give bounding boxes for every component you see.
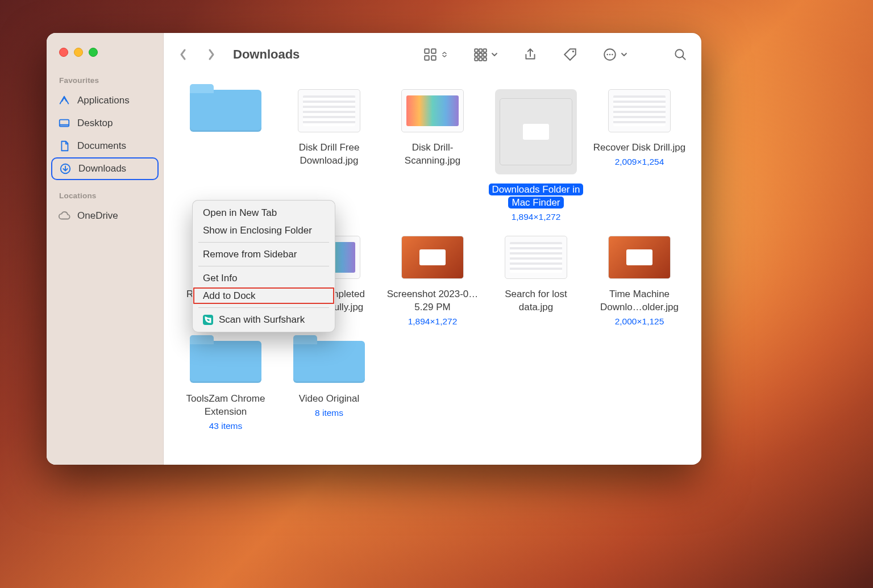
file-name: Time Machine Downlo…older.jpg xyxy=(591,288,688,314)
desktop-icon xyxy=(58,117,70,130)
sidebar-item-label: OneDrive xyxy=(77,210,118,222)
file-thumbnail xyxy=(505,236,567,279)
sidebar-item-applications[interactable]: Applications xyxy=(51,89,159,112)
file-item[interactable]: Time Machine Downlo…older.jpg2,000×1,125 xyxy=(589,236,690,327)
svg-rect-7 xyxy=(475,49,477,52)
svg-point-16 xyxy=(572,50,574,52)
svg-point-20 xyxy=(612,53,613,55)
svg-rect-11 xyxy=(479,53,482,56)
sidebar-item-label: Documents xyxy=(77,140,126,152)
file-item[interactable]: Downloads Folder in Mac Finder1,894×1,27… xyxy=(485,89,587,222)
ctx-get-info[interactable]: Get Info xyxy=(193,269,335,287)
svg-rect-4 xyxy=(431,49,436,53)
minimize-window-button[interactable] xyxy=(74,48,83,57)
sidebar-item-onedrive[interactable]: OneDrive xyxy=(51,205,159,227)
group-by-button[interactable] xyxy=(473,47,498,62)
file-item[interactable]: Recover Disk Drill.jpg2,009×1,254 xyxy=(589,89,690,222)
svg-rect-3 xyxy=(425,49,429,53)
sidebar-item-label: Applications xyxy=(77,95,130,106)
svg-rect-6 xyxy=(431,56,436,60)
ctx-separator xyxy=(198,242,329,243)
updown-icon xyxy=(441,51,448,58)
svg-rect-9 xyxy=(483,49,486,52)
nav-controls xyxy=(177,47,217,62)
sidebar-item-downloads[interactable]: Downloads xyxy=(51,157,159,180)
svg-rect-5 xyxy=(425,56,429,60)
back-button[interactable] xyxy=(177,47,189,62)
file-name: Recover Disk Drill.jpg xyxy=(593,141,685,155)
svg-rect-8 xyxy=(479,49,482,52)
chevron-down-icon xyxy=(491,51,498,58)
sidebar-item-label: Desktop xyxy=(77,118,113,129)
locations-section-label: Locations xyxy=(47,191,163,205)
svg-line-22 xyxy=(682,56,685,59)
folder-item[interactable]: ToolsZam Chrome Extension43 items xyxy=(175,340,276,431)
file-thumbnail xyxy=(608,89,671,132)
file-thumbnail xyxy=(293,340,365,383)
ctx-separator xyxy=(198,307,329,308)
svg-point-18 xyxy=(606,53,608,55)
ctx-add-to-dock[interactable]: Add to Dock xyxy=(193,287,335,305)
svg-rect-12 xyxy=(483,53,486,56)
file-thumbnail xyxy=(298,89,360,132)
file-name: Disk Drill Free Download.jpg xyxy=(281,141,377,168)
file-thumbnail xyxy=(608,236,671,279)
file-meta: 43 items xyxy=(209,421,243,431)
svg-rect-0 xyxy=(60,120,69,127)
file-meta: 1,894×1,272 xyxy=(512,212,561,222)
more-actions-button[interactable] xyxy=(602,47,627,62)
ctx-remove-sidebar[interactable]: Remove from Sidebar xyxy=(193,245,335,263)
file-item[interactable]: Screenshot 2023-0…5.29 PM1,894×1,272 xyxy=(382,236,483,327)
forward-button[interactable] xyxy=(206,47,217,62)
ctx-scan-surfshark[interactable]: Scan with Surfshark xyxy=(193,311,335,328)
file-thumbnail xyxy=(401,89,464,132)
svg-rect-15 xyxy=(483,57,486,60)
window-title: Downloads xyxy=(233,47,300,62)
sidebar: Favourites Applications Desktop Document… xyxy=(47,33,164,465)
view-icons-button[interactable] xyxy=(423,47,448,62)
svg-rect-13 xyxy=(475,57,477,60)
file-name: Screenshot 2023-0…5.29 PM xyxy=(384,288,481,314)
svg-rect-14 xyxy=(479,57,482,60)
file-item[interactable]: Disk Drill-Scanning.jpg xyxy=(382,89,483,222)
file-meta: 8 items xyxy=(315,408,343,418)
sidebar-item-documents[interactable]: Documents xyxy=(51,135,159,157)
ctx-show-enclosing[interactable]: Show in Enclosing Folder xyxy=(193,222,335,239)
file-thumbnail xyxy=(190,340,261,383)
sidebar-item-label: Downloads xyxy=(78,163,126,174)
applications-icon xyxy=(58,94,70,107)
file-name: ToolsZam Chrome Extension xyxy=(177,393,274,419)
file-name: Downloads Folder in Mac Finder xyxy=(488,184,584,210)
folder-item[interactable]: Video Original8 items xyxy=(278,340,380,431)
file-name: Video Original xyxy=(299,393,359,406)
favorites-section-label: Favourites xyxy=(47,76,163,89)
sidebar-item-desktop[interactable]: Desktop xyxy=(51,112,159,135)
chevron-down-icon xyxy=(621,51,627,58)
file-name: Search for lost data.jpg xyxy=(488,288,584,314)
file-item[interactable]: Search for lost data.jpg xyxy=(485,236,587,327)
file-thumbnail xyxy=(190,89,261,132)
context-menu: Open in New Tab Show in Enclosing Folder… xyxy=(192,200,335,332)
fullscreen-window-button[interactable] xyxy=(89,48,98,57)
tags-button[interactable] xyxy=(563,47,577,62)
file-meta: 2,000×1,125 xyxy=(615,316,664,327)
downloads-icon xyxy=(59,162,72,175)
file-meta: 1,894×1,272 xyxy=(408,316,458,327)
ctx-item-label: Scan with Surfshark xyxy=(219,314,305,326)
file-thumbnail xyxy=(401,236,464,279)
surfshark-icon xyxy=(203,315,213,325)
cloud-icon xyxy=(58,210,70,222)
ctx-separator xyxy=(198,266,329,266)
file-thumbnail xyxy=(500,98,572,165)
toolbar: Downloads xyxy=(164,33,701,76)
file-meta: 2,009×1,254 xyxy=(615,157,664,167)
finder-window: Favourites Applications Desktop Document… xyxy=(47,33,701,465)
ctx-open-new-tab[interactable]: Open in New Tab xyxy=(193,204,335,222)
share-button[interactable] xyxy=(523,47,538,62)
file-name: Disk Drill-Scanning.jpg xyxy=(384,141,481,168)
search-button[interactable] xyxy=(673,47,688,62)
close-window-button[interactable] xyxy=(59,48,68,57)
window-controls xyxy=(47,48,163,57)
selection-highlight xyxy=(495,89,577,174)
svg-point-19 xyxy=(609,53,611,55)
